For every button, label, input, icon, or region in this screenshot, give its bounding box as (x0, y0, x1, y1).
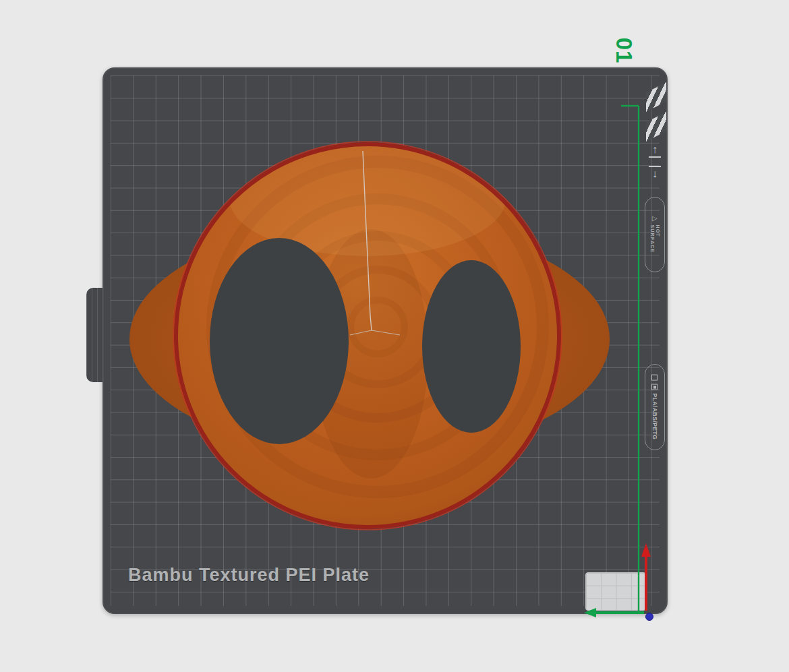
plate-grid (111, 75, 660, 606)
plate-load-arrow-icon: ↓ (649, 166, 661, 179)
hot-surface-badge: △ HOT SURFACE (645, 197, 665, 272)
hot-surface-label: HOT SURFACE (649, 224, 661, 253)
hot-surface-line1: HOT (655, 224, 660, 253)
prime-tower-area[interactable] (585, 572, 646, 611)
materials-badge: PLA/ABS/PETG (645, 364, 665, 450)
build-plate[interactable]: Bambu Textured PEI Plate (103, 67, 668, 614)
plate-brand-label: Bambu Textured PEI Plate (128, 565, 370, 586)
plate-number-label: 01 (610, 35, 638, 66)
plate-lift-arrow-icon: ↑ (649, 144, 661, 158)
warning-triangle-icon: △ (651, 216, 658, 222)
slicer-3d-viewport[interactable]: Bambu Textured PEI Plate ↑ ↓ △ HOT SURFA… (0, 0, 789, 672)
material-icon-filled (652, 384, 658, 390)
material-icon-outline (652, 375, 658, 381)
materials-label: PLA/ABS/PETG (651, 394, 658, 440)
plate-handle-tab (86, 288, 103, 382)
origin-dot (646, 613, 653, 621)
hot-surface-line2: SURFACE (649, 224, 655, 253)
